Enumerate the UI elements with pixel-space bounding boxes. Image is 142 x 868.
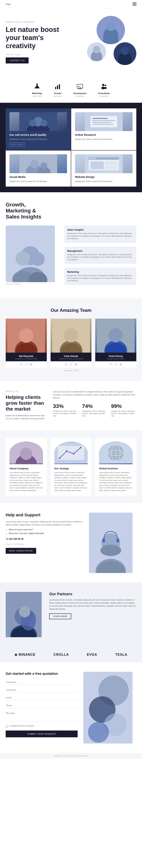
team-strip-nat: Nat Reynolds FINANCIAL DIRECTOR bbox=[6, 352, 47, 361]
hero-image-2 bbox=[114, 42, 136, 65]
growth-link[interactable]: Learn more bbox=[53, 95, 62, 97]
svg-point-19 bbox=[104, 87, 107, 89]
last-name-input[interactable] bbox=[6, 687, 78, 693]
message-field bbox=[6, 711, 78, 722]
insight-management-text: Sample text. Click to select the text bo… bbox=[67, 253, 134, 261]
email-input[interactable] bbox=[6, 695, 78, 701]
team-member-frank: Frank Kinney SALES MANAGER f t in bbox=[95, 319, 136, 368]
team-strip-celia: Celia Almeda ADVERTISING MANAGER bbox=[51, 352, 92, 361]
service-card-call: Our call service world quality Sample te… bbox=[6, 108, 71, 150]
team-role-frank: SALES MANAGER bbox=[97, 358, 135, 360]
learn-more-button[interactable]: LEARN MORE bbox=[49, 613, 71, 619]
global-img-bg bbox=[99, 441, 133, 464]
svg-rect-31 bbox=[92, 122, 111, 123]
service-web-desc: Sample text. Click to select the Text El… bbox=[75, 180, 133, 183]
icon-consultants: Consultants Learn more bbox=[98, 82, 110, 97]
svg-point-98 bbox=[88, 722, 109, 743]
consultants-link[interactable]: Learn more bbox=[98, 95, 110, 97]
first-name-field bbox=[6, 680, 78, 685]
consultants-icon bbox=[100, 82, 108, 91]
svg-point-64 bbox=[109, 328, 123, 342]
twitter-icon[interactable]: t bbox=[24, 363, 28, 366]
stat-33: 33% Sample text. Click to select the tex… bbox=[53, 403, 78, 417]
partners-title: Our Partners bbox=[49, 592, 136, 596]
facebook-icon-2[interactable]: f bbox=[64, 363, 68, 366]
svg-rect-46 bbox=[105, 166, 117, 169]
growth-label: Growth bbox=[53, 92, 62, 94]
tesla-logo: TESLA bbox=[115, 653, 127, 657]
svg-rect-14 bbox=[78, 89, 81, 89]
growth-image-credit: Image from Freepik bbox=[6, 283, 59, 285]
submit-button[interactable]: Submit your request bbox=[6, 731, 78, 737]
about-left: ABOUT US Helping clients grow faster tha… bbox=[6, 391, 47, 421]
services-grid: Our call service world quality Sample te… bbox=[6, 108, 136, 187]
first-name-input[interactable] bbox=[6, 680, 78, 685]
facebook-icon[interactable]: f bbox=[20, 363, 23, 366]
stat-33-number: 33% bbox=[53, 403, 78, 409]
linkedin-icon-2[interactable]: in bbox=[74, 363, 78, 366]
col-our-strategy: Our strategy Lorem ipsum dolor sit amet,… bbox=[51, 438, 92, 496]
help-title: Help and Support bbox=[6, 513, 83, 518]
growth-image-container: Image from Freepik bbox=[6, 225, 59, 285]
about-company-image bbox=[9, 441, 43, 464]
team-member-celia: Celia Almeda ADVERTISING MANAGER f t in bbox=[51, 319, 92, 368]
help-phone: +1 222 545 55 44 bbox=[6, 538, 83, 540]
svg-point-74 bbox=[80, 447, 81, 448]
svg-rect-45 bbox=[105, 161, 117, 165]
stat-74-desc: Sample text. Click to select the text bo… bbox=[82, 410, 107, 417]
phone-input[interactable] bbox=[6, 703, 78, 708]
svg-rect-85 bbox=[103, 539, 105, 542]
linkedin-icon[interactable]: in bbox=[29, 363, 33, 366]
book-consultation-button[interactable]: BOOK CONSULTATION bbox=[6, 548, 36, 554]
three-col-section: About Company Lorem ipsum dolor sit amet… bbox=[0, 430, 142, 503]
marketing-label: Marketing bbox=[32, 92, 42, 94]
help-section: Help and Support Lorem ipsum dolor sit a… bbox=[0, 503, 142, 583]
icon-marketing: Marketing Learn more bbox=[32, 82, 42, 97]
hero-image-3 bbox=[87, 42, 106, 61]
insight-sales-text: Sample text. Click to select the text bo… bbox=[67, 232, 134, 240]
phone-field bbox=[6, 703, 78, 708]
team-role-nat: FINANCIAL DIRECTOR bbox=[7, 358, 45, 360]
global-image bbox=[99, 441, 133, 464]
hero-title: Let nature boost your team's creativity bbox=[6, 26, 66, 50]
growth-section: Growth, Marketing & Sales Insights Image… bbox=[0, 192, 142, 298]
growth-insights: Sales Insights Sample text. Click to sel… bbox=[64, 225, 136, 289]
stat-74: 74% Sample text. Click to select the tex… bbox=[82, 403, 107, 417]
growth-image bbox=[6, 225, 55, 282]
about-tag: ABOUT US bbox=[6, 391, 47, 393]
contact-us-button[interactable]: CONTACT US bbox=[6, 57, 29, 63]
col-about-company: About Company Lorem ipsum dolor sit amet… bbox=[6, 438, 47, 496]
service-card-web: Website Design Sample text. Click to sel… bbox=[71, 151, 136, 187]
stat-33-desc: Sample text. Click to select the text bo… bbox=[53, 410, 78, 417]
svg-point-68 bbox=[20, 447, 32, 460]
menu-icon[interactable] bbox=[133, 2, 136, 6]
development-icon bbox=[76, 82, 84, 91]
service-call-link[interactable]: READ MORE bbox=[9, 143, 25, 146]
service-social-title: Social Media bbox=[9, 176, 67, 179]
stat-99: 99% Sample text. Click to select the tex… bbox=[111, 403, 136, 417]
development-link[interactable]: Learn more bbox=[73, 95, 87, 97]
contact-image bbox=[83, 672, 136, 744]
svg-rect-5 bbox=[118, 59, 132, 65]
last-name-field bbox=[6, 687, 78, 693]
svg-rect-10 bbox=[55, 87, 56, 89]
insight-marketing-text: Sample text. Click to select the text bo… bbox=[67, 274, 134, 282]
service-research-title: Online Research bbox=[75, 133, 133, 136]
svg-point-87 bbox=[100, 545, 121, 556]
message-input[interactable] bbox=[6, 711, 78, 722]
twitter-icon-3[interactable]: t bbox=[114, 363, 118, 366]
svg-point-16 bbox=[102, 84, 104, 86]
facebook-icon-3[interactable]: f bbox=[109, 363, 113, 366]
logo: logo bbox=[6, 3, 11, 5]
linkedin-icon-3[interactable]: in bbox=[119, 363, 122, 366]
crolla-logo: CROLLA bbox=[53, 653, 69, 657]
marketing-link[interactable]: Learn more bbox=[32, 95, 42, 97]
twitter-icon-2[interactable]: t bbox=[69, 363, 73, 366]
team-socials-nat: f t in bbox=[6, 361, 47, 368]
svg-rect-13 bbox=[77, 84, 83, 88]
about-desc: Explore the multidisciplinary solutions … bbox=[6, 414, 47, 420]
team-photo-nat bbox=[6, 319, 47, 352]
global-title: Global business bbox=[99, 467, 133, 470]
terms-checkbox[interactable] bbox=[6, 725, 8, 728]
team-socials-frank: f t in bbox=[95, 361, 136, 368]
